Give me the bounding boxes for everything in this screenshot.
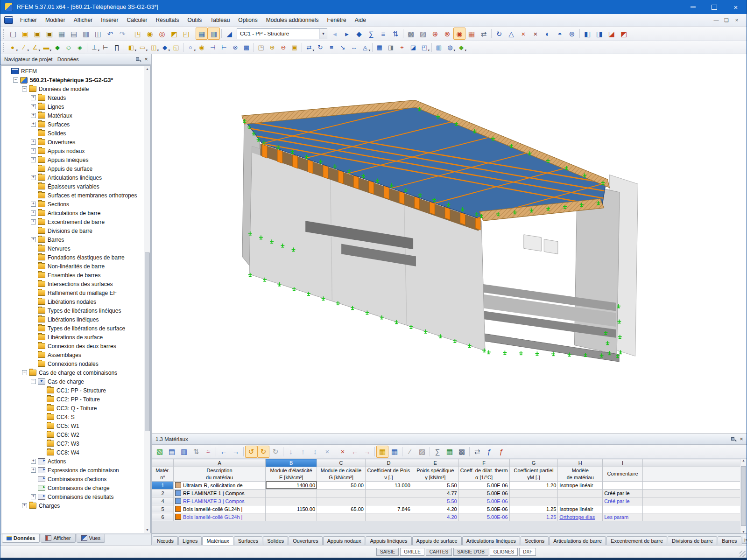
view-xy-icon[interactable]: ◧ [581, 28, 593, 40]
show-tables-icon[interactable]: ▦ [196, 28, 208, 40]
new-member-icon[interactable]: ▬▾ [41, 42, 52, 53]
cell-i-row-2[interactable]: Créé par le [603, 489, 643, 497]
fx-formula-icon[interactable]: ƒ [483, 446, 495, 458]
cell-f-row-6[interactable]: 5.00E-06 [458, 513, 509, 521]
expand-icon[interactable]: + [31, 148, 36, 154]
column-letter-e[interactable]: E [412, 459, 458, 467]
previous-load-case-icon[interactable]: ◂ [329, 28, 341, 40]
menu-aide[interactable]: Aide [351, 15, 370, 25]
copy-icon[interactable]: ▥ [80, 28, 92, 40]
cell-h-row-5[interactable]: Isotrope linéair [558, 505, 603, 513]
row-header-4[interactable]: 4 [152, 497, 174, 505]
navigator-header[interactable]: Navigateur de projet - Données × [0, 54, 151, 65]
toolbar-grip[interactable] [3, 29, 6, 39]
column-header-mater-no[interactable]: Matér.n° [152, 467, 174, 482]
maximize-button[interactable] [704, 0, 725, 14]
tree-item-donn-es-de-mod-le[interactable]: −Données de modèle [1, 84, 144, 93]
cell-e-row-6[interactable]: 4.20 [412, 513, 458, 521]
clipping-plane-icon[interactable]: ◰▾ [419, 42, 430, 53]
line-hinge-icon[interactable]: ○▾ [185, 42, 196, 53]
column-header-a[interactable]: Descriptiondu matériau [173, 467, 265, 482]
new-opening-icon[interactable]: ▭▾ [137, 42, 148, 53]
expand-icon[interactable]: + [31, 468, 36, 473]
menu-tableau[interactable]: Tableau [206, 15, 234, 25]
table-tab-excentrement-de-barre[interactable]: Excentrement de barre [606, 536, 667, 545]
cell-i-row-4[interactable]: Créé par le [603, 497, 643, 505]
zoom-window-icon[interactable]: ◳ [132, 28, 144, 40]
cell-d-row-1[interactable]: 13.000 [365, 481, 412, 489]
cell-g-row-5[interactable]: 1.25 [509, 505, 558, 513]
tree-item-appuis-de-surface[interactable]: Appuis de surface [1, 164, 144, 173]
menu-outils[interactable]: Outils [183, 15, 206, 25]
new-line-icon[interactable]: ∕▾ [18, 42, 29, 53]
column-letter-h[interactable]: H [558, 459, 603, 467]
view-yz-icon[interactable]: ◪ [606, 28, 618, 40]
resize-grip[interactable] [740, 551, 746, 557]
tree-item-cc2-pp-toiture[interactable]: CC2: PP - Toiture [1, 395, 144, 404]
set-of-members-icon[interactable]: ◆ [52, 42, 63, 53]
tree-item-non-lin-arit-s-de-barre[interactable]: Non-linéarités de barre [1, 262, 144, 271]
status-toggle-cartes[interactable]: CARTES [426, 548, 452, 556]
expand-icon[interactable]: + [31, 95, 36, 100]
cell-e-row-1[interactable]: 5.50 [412, 481, 458, 489]
tree-item-raffinement-du-maillage-ef[interactable]: Raffinement du maillage EF [1, 288, 144, 297]
tree-item-mat-riaux[interactable]: +Matériaux [1, 111, 144, 120]
tree-item-solides[interactable]: Solides [1, 129, 144, 138]
info-icon[interactable]: ◐ [542, 28, 554, 40]
scroll-down-icon[interactable]: ▼ [144, 527, 150, 533]
cell-d-row-4[interactable] [365, 497, 412, 505]
menu-modifier[interactable]: Modifier [41, 15, 70, 25]
generate-icon[interactable]: ◬▾ [359, 42, 371, 53]
tree-item-lib-rations-nodales[interactable]: Libérations nodales [1, 297, 144, 306]
edit-cell-icon[interactable]: ∕ [404, 446, 416, 458]
new-window-icon[interactable]: ◰ [180, 28, 192, 40]
status-toggle-dxf[interactable]: DXF [519, 548, 536, 556]
expand-icon[interactable]: + [31, 210, 36, 216]
column-letter-d[interactable]: D [365, 459, 412, 467]
table-row[interactable]: 2RF-LAMINATE 1 | Compos4.775.00E-06Créé … [152, 489, 740, 497]
generate-mesh-icon[interactable]: ▩ [405, 28, 417, 40]
navigator-scrollbar[interactable]: ▲ ▼ [144, 66, 150, 533]
combinations-icon[interactable]: ∑ [365, 28, 377, 40]
import-icon[interactable]: ▣ [43, 28, 56, 40]
view-redo-icon[interactable]: ↻ [257, 446, 269, 458]
zoom-in-icon[interactable]: ◉ [144, 28, 156, 40]
move-up-icon[interactable]: ↑ [297, 446, 309, 458]
cell-h-row-1[interactable]: Isotrope linéair [558, 481, 603, 489]
table-scroll-down-icon[interactable]: ▼ [740, 530, 747, 533]
tree-item-n-uds[interactable]: +Nœuds [1, 93, 144, 102]
tree-item-assemblages[interactable]: Assemblages [1, 350, 144, 359]
cell-description[interactable]: Bois lamellé-collé GL24h | [173, 505, 265, 513]
open-model-icon[interactable]: ▣ [31, 28, 43, 40]
mesh-refinement-icon[interactable]: ▩ [241, 42, 252, 53]
tree-item-articulations-de-barre[interactable]: +Articulations de barre [1, 209, 144, 217]
tree-item-cas-de-charge[interactable]: −Cas de charge [1, 377, 144, 386]
tab-nav-icon-0[interactable]: |◀ [742, 536, 747, 544]
expand-icon[interactable]: + [31, 237, 36, 242]
cell-g-row-4[interactable] [509, 497, 558, 505]
cell-d-row-2[interactable] [365, 489, 412, 497]
cell-e-row-2[interactable]: 4.77 [412, 489, 458, 497]
select-clip-icon[interactable]: ◳ [255, 42, 267, 53]
row-header-2[interactable]: 2 [152, 489, 174, 497]
tree-item-ouvertures[interactable]: +Ouvertures [1, 138, 144, 147]
column-header-h[interactable]: Modèlede matériau [558, 467, 603, 482]
column-header-b[interactable]: Module d'élasticitéE [kN/cm²] [266, 467, 317, 482]
undo-icon[interactable]: ↶ [104, 28, 116, 40]
view-isometric-icon[interactable]: ◩ [618, 28, 630, 40]
cut-right-icon[interactable]: → [361, 446, 373, 458]
rendering-icon[interactable]: ◨ [385, 42, 396, 53]
column-letter-f[interactable]: F [458, 459, 509, 467]
cell-b-row-1[interactable]: 1400.00 [266, 481, 317, 489]
color-scale-icon[interactable]: ◆▾ [456, 42, 467, 53]
cell-c-row-2[interactable] [317, 489, 366, 497]
cell-b-row-5[interactable]: 1150.00 [266, 505, 317, 513]
cell-g-row-6[interactable]: 1.25 [509, 513, 558, 521]
cancel-edit-icon[interactable]: × [321, 446, 333, 458]
tree-item-cc4-s[interactable]: CC4: S [1, 413, 144, 421]
tree-item-expressions-de-combinaison[interactable]: +Expressions de combinaison [1, 466, 144, 475]
menu-ins-rer[interactable]: Insérer [97, 15, 122, 25]
column-header-i[interactable]: Commentaire [603, 467, 643, 482]
tree-item-types-de-lib-rations-de-surface[interactable]: Types de libérations de surface [1, 324, 144, 333]
menu-fen-tre[interactable]: Fenêtre [323, 15, 350, 25]
